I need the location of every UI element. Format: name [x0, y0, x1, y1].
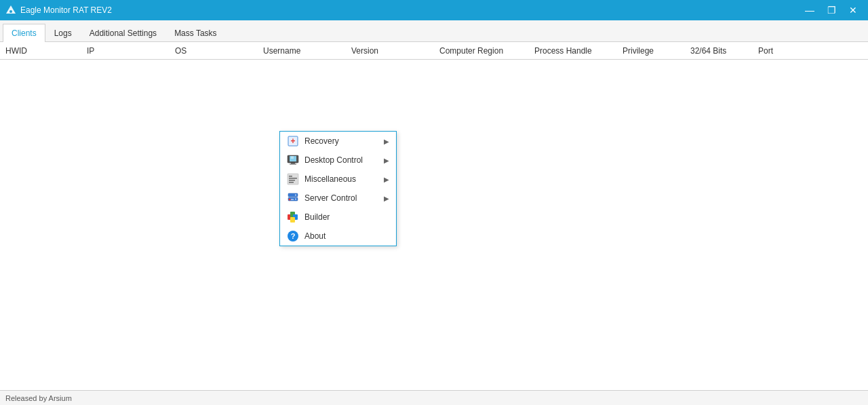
menu-item-about[interactable]: ? About: [280, 227, 396, 246]
builder-icon: [287, 211, 299, 223]
col-hwid: HWID: [5, 46, 87, 56]
app-title: Eagle Monitor RAT REV2: [20, 5, 112, 15]
svg-rect-24: [290, 217, 295, 223]
svg-rect-8: [289, 156, 290, 161]
builder-label: Builder: [304, 212, 330, 222]
col-region: Computer Region: [439, 46, 534, 56]
svg-text:+: +: [290, 136, 295, 146]
server-control-arrow: ▶: [384, 195, 389, 202]
svg-rect-10: [288, 174, 298, 185]
menu-bar: Clients Logs Additional Settings Mass Ta…: [0, 20, 868, 42]
desktop-control-label: Desktop Control: [304, 155, 363, 165]
window-controls: — ❐ ✕: [800, 3, 863, 18]
maximize-button[interactable]: ❐: [822, 3, 841, 18]
svg-rect-14: [289, 182, 294, 183]
about-icon: ?: [287, 230, 299, 242]
svg-text:?: ?: [291, 232, 296, 240]
desktop-control-icon: [287, 154, 299, 166]
close-button[interactable]: ✕: [844, 3, 863, 18]
svg-rect-9: [291, 156, 294, 159]
menu-item-recovery[interactable]: + Recovery ▶: [280, 132, 396, 151]
context-menu: + Recovery ▶: [279, 131, 397, 246]
status-text: Released by Arsium: [5, 394, 72, 402]
svg-point-17: [295, 195, 296, 196]
col-username: Username: [263, 46, 351, 56]
svg-point-18: [295, 199, 296, 200]
svg-point-19: [289, 199, 291, 201]
menu-item-miscellaneous[interactable]: Miscellaneous ▶: [280, 170, 396, 189]
svg-point-1: [9, 10, 12, 13]
menu-item-server-control[interactable]: Server Control ▶: [280, 189, 396, 208]
app-icon: [5, 5, 16, 16]
menu-item-desktop-control[interactable]: Desktop Control ▶: [280, 151, 396, 170]
server-control-icon: [287, 192, 299, 204]
svg-rect-11: [289, 176, 292, 177]
about-label: About: [304, 231, 326, 241]
svg-rect-13: [289, 180, 295, 181]
recovery-icon: +: [287, 135, 299, 147]
col-handle: Process Handle: [534, 46, 623, 56]
col-version: Version: [351, 46, 439, 56]
tab-additional-settings[interactable]: Additional Settings: [81, 24, 165, 42]
col-os: OS: [175, 46, 263, 56]
miscellaneous-icon: [287, 173, 299, 185]
miscellaneous-label: Miscellaneous: [304, 174, 356, 184]
tab-mass-tasks[interactable]: Mass Tasks: [165, 24, 225, 42]
miscellaneous-arrow: ▶: [384, 176, 389, 183]
title-bar-left: Eagle Monitor RAT REV2: [5, 5, 112, 16]
tab-logs[interactable]: Logs: [45, 24, 81, 42]
col-ip: IP: [87, 46, 175, 56]
svg-rect-6: [291, 163, 295, 164]
desktop-control-arrow: ▶: [384, 157, 389, 164]
server-control-label: Server Control: [304, 193, 357, 203]
col-privilege: Privilege: [623, 46, 690, 56]
main-content: + Recovery ▶: [0, 60, 868, 390]
title-bar: Eagle Monitor RAT REV2 — ❐ ✕: [0, 0, 868, 20]
minimize-button[interactable]: —: [800, 3, 819, 18]
status-bar: Released by Arsium: [0, 390, 868, 405]
column-headers: HWID IP OS Username Version Computer Reg…: [0, 42, 868, 60]
menu-item-builder[interactable]: Builder: [280, 208, 396, 227]
recovery-label: Recovery: [304, 136, 339, 146]
col-bits: 32/64 Bits: [690, 46, 758, 56]
svg-rect-7: [290, 164, 296, 165]
tab-clients[interactable]: Clients: [3, 24, 45, 42]
col-port: Port: [758, 46, 799, 56]
recovery-arrow: ▶: [384, 138, 389, 145]
svg-rect-12: [289, 178, 297, 179]
